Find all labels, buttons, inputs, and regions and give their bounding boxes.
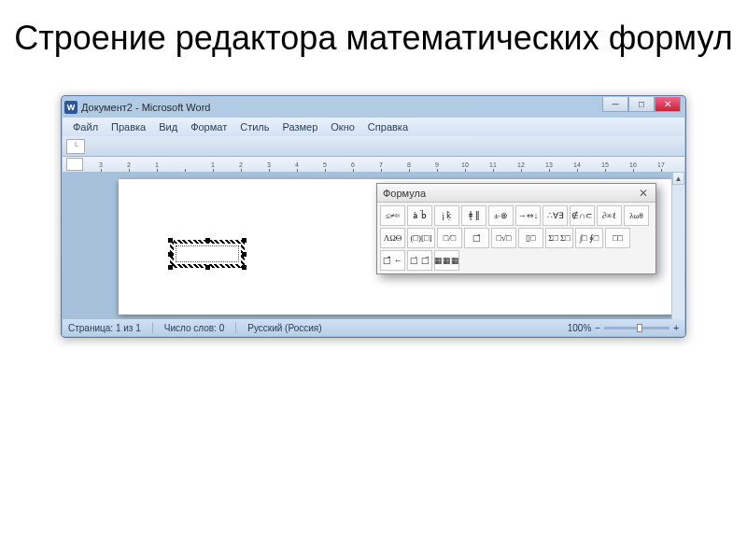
palette-set-icon[interactable]: ∴∀∃ (543, 205, 568, 226)
menu-style[interactable]: Стиль (233, 119, 275, 134)
palette-set2-icon[interactable]: ∉∩⊂ (570, 205, 595, 226)
minimize-button[interactable]: ─ (602, 97, 628, 112)
zoom-thumb[interactable] (637, 324, 642, 332)
ruler-mark: 6 (339, 161, 367, 168)
palette-operators-icon[interactable]: ǂ ǁ (461, 205, 486, 226)
toolbar: └ (63, 136, 684, 157)
palette-misc-icon[interactable]: ∂∞ℓ (597, 205, 622, 226)
resize-handle[interactable] (242, 252, 247, 257)
palette-integral-icon[interactable]: ∫□ ∮□ (575, 228, 603, 248)
ruler-mark: 12 (507, 161, 535, 168)
zoom-control: 100% − + (568, 323, 679, 333)
palette-radical-icon[interactable]: □√□ (491, 228, 516, 248)
ruler-mark: 15 (591, 161, 619, 168)
ruler-mark: 16 (619, 161, 647, 168)
palette-spaces-icon[interactable]: ȧ b̈ (407, 205, 432, 226)
slide-title: Строение редактора математических формул (0, 0, 747, 67)
equation-object[interactable] (170, 240, 245, 268)
palette-products-icon[interactable]: □̇ □̈ (407, 250, 432, 271)
window-title: Документ2 - Microsoft Word (81, 102, 210, 113)
ruler-mark: 2 (227, 161, 255, 168)
resize-handle[interactable] (168, 238, 173, 243)
resize-handle[interactable] (242, 238, 247, 243)
status-language[interactable]: Русский (Россия) (247, 323, 321, 333)
ruler-mark: 10 (451, 161, 479, 168)
vertical-scrollbar[interactable]: ▲ (671, 172, 684, 319)
title-bar[interactable]: W Документ2 - Microsoft Word ─ □ ✕ (64, 97, 683, 118)
close-button[interactable]: ✕ (655, 97, 681, 112)
ruler-mark: 4 (283, 161, 311, 168)
ruler-mark: 2 (115, 161, 143, 168)
zoom-in-icon[interactable]: + (673, 323, 679, 333)
palette-greek-upper-icon[interactable]: ΛΩΘ (380, 228, 405, 248)
word-app-icon: W (64, 101, 78, 114)
ruler-mark: 13 (535, 161, 563, 168)
palette-fence-icon[interactable]: (□)[□] (407, 228, 435, 248)
ruler-mark: 8 (395, 161, 423, 168)
palette-subscript-icon[interactable]: □̂ (464, 228, 489, 248)
resize-handle[interactable] (205, 238, 210, 243)
ruler-mark: 3 (255, 161, 283, 168)
status-page[interactable]: Страница: 1 из 1 (68, 323, 141, 333)
palette-arrows-icon[interactable]: ±∙⊗ (488, 205, 514, 226)
menu-size[interactable]: Размер (275, 119, 324, 134)
formula-palette[interactable]: Формула ✕ ≤≠≈ ȧ b̈ į ḳ̇ ǂ ǁ ±∙⊗ →⇔↓ ∴∀∃ … (376, 183, 656, 274)
palette-matrix-icon[interactable]: ▦▦▦ (434, 250, 459, 271)
palette-titlebar[interactable]: Формула ✕ (377, 184, 655, 203)
menu-format[interactable]: Формат (184, 119, 233, 134)
palette-embellish-icon[interactable]: į ḳ̇ (434, 205, 459, 226)
palette-greek-lower-icon[interactable]: λωθ (624, 205, 649, 226)
zoom-slider[interactable] (604, 327, 669, 329)
horizontal-ruler[interactable]: 3 2 1 1 2 3 4 5 6 7 8 9 10 11 12 13 14 1… (63, 157, 684, 172)
menu-edit[interactable]: Правка (105, 119, 152, 134)
menu-help[interactable]: Справка (361, 119, 415, 134)
ruler-mark: 3 (87, 161, 115, 168)
resize-handle[interactable] (168, 252, 173, 257)
palette-sum2-icon[interactable]: Σ□ Σ□ (545, 228, 573, 248)
palette-bar-icon[interactable]: □□ (605, 228, 630, 248)
resize-handle[interactable] (242, 265, 247, 270)
ruler-mark: 5 (311, 161, 339, 168)
ruler-mark: 7 (367, 161, 395, 168)
menu-bar: Файл Правка Вид Формат Стиль Размер Окно… (63, 118, 684, 136)
ruler-mark: 11 (479, 161, 507, 168)
palette-close-icon[interactable]: ✕ (637, 187, 650, 200)
zoom-out-icon[interactable]: − (595, 323, 600, 333)
palette-fraction-icon[interactable]: □/□ (437, 228, 462, 248)
resize-handle[interactable] (168, 265, 173, 270)
palette-title: Формула (383, 188, 426, 199)
window-controls: ─ □ ✕ (602, 97, 681, 112)
menu-window[interactable]: Окно (324, 119, 361, 134)
maximize-button[interactable]: □ (628, 97, 655, 112)
palette-arrow-label-icon[interactable]: □̄ ← (380, 250, 405, 271)
ruler-corner-icon (66, 158, 83, 171)
palette-grid: ≤≠≈ ȧ b̈ į ḳ̇ ǂ ǁ ±∙⊗ →⇔↓ ∴∀∃ ∉∩⊂ ∂∞ℓ λω… (377, 203, 655, 273)
separator (152, 322, 153, 333)
scroll-up-icon[interactable]: ▲ (672, 172, 684, 185)
ruler-mark: 14 (563, 161, 591, 168)
ruler-mark: 1 (143, 161, 171, 168)
ruler-ticks: 3 2 1 1 2 3 4 5 6 7 8 9 10 11 12 13 14 1… (87, 161, 675, 168)
ruler-mark: 9 (423, 161, 451, 168)
word-window: W Документ2 - Microsoft Word ─ □ ✕ Файл … (61, 95, 686, 338)
ruler-mark: 17 (647, 161, 675, 168)
palette-relational-icon[interactable]: ≤≠≈ (380, 205, 405, 226)
page[interactable]: Формула ✕ ≤≠≈ ȧ b̈ į ḳ̇ ǂ ǁ ±∙⊗ →⇔↓ ∴∀∃ … (119, 179, 673, 315)
menu-file[interactable]: Файл (66, 119, 105, 134)
tab-selector-icon[interactable]: └ (66, 139, 85, 154)
status-bar: Страница: 1 из 1 Число слов: 0 Русский (… (63, 319, 684, 336)
ruler-mark: 1 (199, 161, 227, 168)
status-words[interactable]: Число слов: 0 (164, 323, 224, 333)
resize-handle[interactable] (205, 265, 210, 270)
equation-slot[interactable] (176, 245, 239, 262)
document-area: Формула ✕ ≤≠≈ ȧ b̈ į ḳ̇ ǂ ǁ ±∙⊗ →⇔↓ ∴∀∃ … (63, 172, 684, 319)
ruler-mark (171, 161, 199, 168)
separator (235, 322, 236, 333)
palette-sum-icon[interactable]: ▯□ (518, 228, 543, 248)
menu-view[interactable]: Вид (152, 119, 184, 134)
palette-logical-icon[interactable]: →⇔↓ (515, 205, 541, 226)
zoom-value[interactable]: 100% (568, 323, 592, 333)
